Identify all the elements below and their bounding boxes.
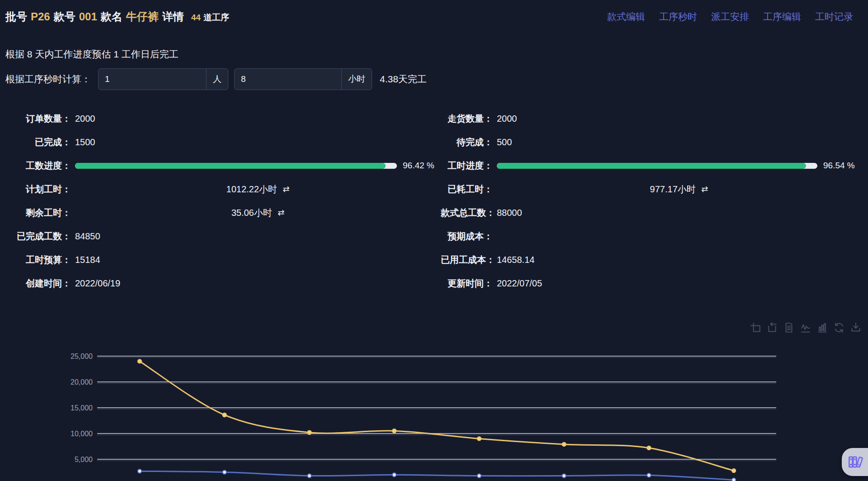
batch-value: P26 xyxy=(31,10,50,23)
nav-process-seconds[interactable]: 工序秒时 xyxy=(659,10,697,23)
stat-label: 创建时间： xyxy=(0,277,71,290)
nav-style-edit[interactable]: 款式编辑 xyxy=(607,10,645,23)
stats-left-column: 订单数量： 2000 已完成： 1500 工数进度： 96.42 % 计划工时：… xyxy=(0,107,441,295)
stat-label: 已完成工数： xyxy=(0,230,71,243)
bar-chart-icon[interactable] xyxy=(816,322,828,333)
stat-value: 2000 xyxy=(493,114,861,124)
header-nav: 款式编辑 工序秒时 派工安排 工序编辑 工时记录 xyxy=(607,10,853,23)
stats-right-column: 走货数量： 2000 待完成： 500 工时进度： 96.54 % 已耗工时： … xyxy=(441,107,861,295)
stat-value: 1012.22小时 xyxy=(226,184,277,194)
calc-label: 根据工序秒时计算： xyxy=(5,73,91,86)
style-no-label: 款号 xyxy=(54,10,75,24)
stat-row-hours-budget: 工时预算： 15184 xyxy=(0,248,441,271)
line-chart-icon[interactable] xyxy=(800,322,811,333)
save-image-icon[interactable] xyxy=(850,322,862,333)
progress-bar-fill xyxy=(497,163,806,169)
svg-text:25,000: 25,000 xyxy=(71,352,93,360)
restore-icon[interactable] xyxy=(833,322,845,333)
calc-result-text: 4.38天完工 xyxy=(380,73,427,86)
stat-label: 预期成本： xyxy=(441,230,493,243)
hours-unit-label: 小时 xyxy=(341,69,372,90)
stat-row-total-pieces: 款式总工数： 88000 xyxy=(441,201,861,224)
hours-input-group: 小时 xyxy=(234,68,372,90)
swap-unit-icon[interactable]: ⇄ xyxy=(278,208,284,218)
stat-value: 500 xyxy=(493,137,861,148)
stat-label: 已耗工时： xyxy=(441,183,493,195)
books-icon xyxy=(846,453,863,471)
stat-row-expected-cost: 预期成本： xyxy=(441,224,861,248)
page-header: 批号 P26 款号 001 款名 牛仔裤 详情 44 道工序 款式编辑 工序秒时… xyxy=(0,0,868,27)
stat-row-order-qty: 订单数量： 2000 xyxy=(0,107,441,130)
progress-bar-track xyxy=(75,163,397,169)
page-title: 批号 P26 款号 001 款名 牛仔裤 详情 44 道工序 xyxy=(5,10,229,24)
stat-label: 待完成： xyxy=(441,136,493,148)
stat-value: 15184 xyxy=(71,255,441,265)
stat-value: 2000 xyxy=(71,114,441,124)
completion-estimate-text: 根据 8 天内工作进度预估 1 工作日后完工 xyxy=(5,48,179,61)
stat-label: 工时预算： xyxy=(0,254,71,266)
style-name-value: 牛仔裤 xyxy=(126,10,159,24)
progress-bar-track xyxy=(497,163,817,169)
progress-bar-fill xyxy=(75,163,386,169)
zoom-revert-icon[interactable] xyxy=(766,322,778,333)
stat-row-completed-pieces: 已完成工数： 84850 xyxy=(0,224,441,248)
progress-percent: 96.42 % xyxy=(403,161,441,171)
stat-row-completed: 已完成： 1500 xyxy=(0,130,441,154)
batch-label: 批号 xyxy=(5,10,27,24)
stat-value: 1500 xyxy=(71,137,441,148)
stat-label: 订单数量： xyxy=(0,113,71,125)
stat-label: 更新时间： xyxy=(441,277,493,290)
stat-label: 已用工成本： xyxy=(441,254,493,266)
stat-value: 84850 xyxy=(71,231,441,242)
swap-unit-icon[interactable]: ⇄ xyxy=(701,184,708,194)
data-view-icon[interactable] xyxy=(783,322,795,333)
stat-value: 35.06小时 xyxy=(231,208,272,218)
style-no-value: 001 xyxy=(79,10,97,23)
process-count: 44 xyxy=(191,13,201,23)
stat-row-pending: 待完成： 500 xyxy=(441,130,861,154)
stat-row-shipping-qty: 走货数量： 2000 xyxy=(441,107,861,130)
stat-label: 计划工时： xyxy=(0,183,71,195)
stat-row-planned-hours: 计划工时： 1012.22小时 ⇄ xyxy=(0,177,441,201)
nav-dispatch-arrange[interactable]: 派工安排 xyxy=(711,10,749,23)
svg-text:20,000: 20,000 xyxy=(71,378,93,386)
stat-value: 977.17小时 xyxy=(650,184,696,194)
chart-toolbox xyxy=(750,322,862,333)
stat-value: 2022/06/19 xyxy=(71,278,441,289)
stat-row-consumed-hours: 已耗工时： 977.17小时 ⇄ xyxy=(441,177,861,201)
stat-value: 88000 xyxy=(493,208,861,218)
stat-value: 14658.14 xyxy=(493,255,861,265)
stat-row-created-time: 创建时间： 2022/06/19 xyxy=(0,271,441,295)
stat-value: 2022/07/05 xyxy=(493,278,861,289)
workers-input[interactable] xyxy=(99,69,206,90)
stat-row-updated-time: 更新时间： 2022/07/05 xyxy=(441,271,861,295)
nav-work-hours-record[interactable]: 工时记录 xyxy=(815,10,853,23)
process-count-suffix: 道工序 xyxy=(203,12,229,24)
stat-row-remaining-hours: 剩余工时： 35.06小时 ⇄ xyxy=(0,201,441,224)
swap-unit-icon[interactable]: ⇄ xyxy=(283,184,289,194)
stat-label: 款式总工数： xyxy=(441,207,493,219)
stat-label: 走货数量： xyxy=(441,113,493,125)
progress-percent: 96.54 % xyxy=(823,161,861,171)
stats-grid: 订单数量： 2000 已完成： 1500 工数进度： 96.42 % 计划工时：… xyxy=(0,107,861,295)
stat-label: 工数进度： xyxy=(0,160,71,172)
stat-label: 工时进度： xyxy=(441,160,493,172)
detail-label: 详情 xyxy=(162,10,184,24)
svg-text:15,000: 15,000 xyxy=(71,404,93,412)
workers-unit-label: 人 xyxy=(206,69,228,90)
workers-input-group: 人 xyxy=(98,68,228,90)
nav-process-edit[interactable]: 工序编辑 xyxy=(763,10,801,23)
stat-row-hours-progress: 工时进度： 96.54 % xyxy=(441,154,861,177)
zoom-select-icon[interactable] xyxy=(750,322,761,333)
calc-row: 根据工序秒时计算： 人 小时 4.38天完工 xyxy=(5,68,427,90)
stat-label: 剩余工时： xyxy=(0,207,71,219)
svg-text:5,000: 5,000 xyxy=(75,456,93,463)
library-float-button[interactable] xyxy=(842,448,868,476)
stat-label: 已完成： xyxy=(0,136,71,148)
stat-row-used-cost: 已用工成本： 14658.14 xyxy=(441,248,861,271)
hours-input[interactable] xyxy=(235,69,341,90)
stat-row-piece-progress: 工数进度： 96.42 % xyxy=(0,154,441,177)
chart-canvas[interactable]: 25,00020,00015,00010,0005,000 xyxy=(0,344,868,481)
svg-text:10,000: 10,000 xyxy=(71,430,93,438)
style-name-label: 款名 xyxy=(101,10,123,24)
